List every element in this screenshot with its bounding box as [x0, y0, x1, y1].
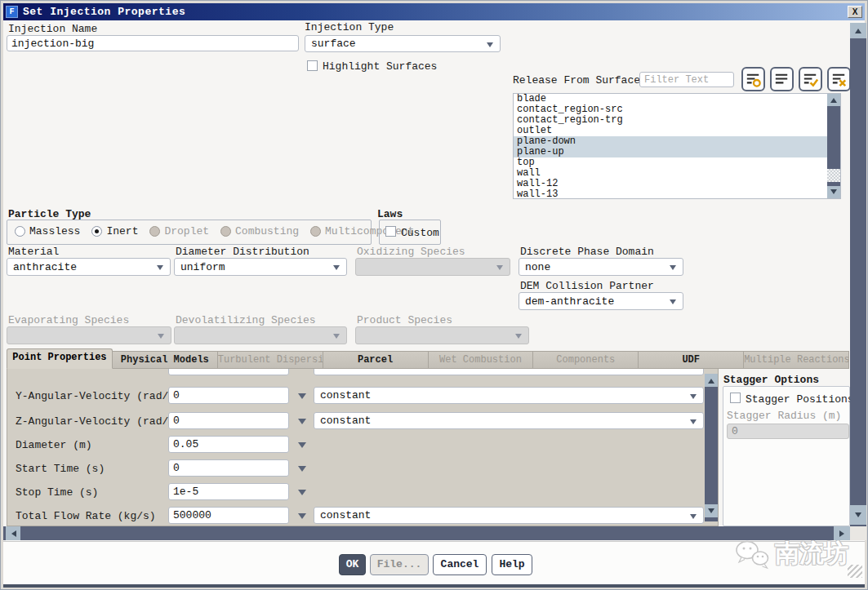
set-injection-properties-dialog: F Set Injection Properties X Injection N…	[0, 0, 868, 590]
select-all-icon	[801, 70, 820, 89]
show-all-surfaces-button[interactable]	[770, 67, 794, 91]
scrollbar-thumb[interactable]	[827, 169, 840, 182]
panel-scrollbar[interactable]	[705, 374, 718, 521]
chevron-down-icon	[298, 466, 306, 476]
file-button[interactable]: File...	[370, 554, 429, 575]
tab-parcel[interactable]: Parcel	[323, 351, 429, 369]
chevron-down-icon	[515, 334, 522, 342]
param-label: Stop Time (s)	[16, 486, 98, 499]
scroll-down-button[interactable]	[705, 504, 718, 517]
radio-massless[interactable]: Massless	[15, 225, 80, 237]
tab-turbulent-dispersion: Turbulent Dispersion	[218, 351, 323, 369]
scroll-left-button[interactable]	[6, 526, 20, 540]
list-item[interactable]: top	[514, 157, 840, 168]
param-label: Z-Angular-Velocity (rad/s)	[16, 415, 181, 428]
vertical-scrollbar[interactable]	[850, 23, 866, 526]
profile-select[interactable]: constant	[314, 507, 704, 524]
param-dropdown-button[interactable]	[295, 436, 309, 453]
custom-laws-checkbox[interactable]	[385, 226, 396, 237]
list-scrollbar[interactable]	[827, 94, 840, 198]
diameter-distribution-value: uniform	[180, 261, 225, 273]
param-dropdown-button[interactable]	[295, 459, 309, 477]
oxidizing-species-select	[355, 258, 510, 276]
filter-surfaces-button[interactable]	[741, 67, 765, 91]
list-item[interactable]: contact_region-trg	[514, 115, 840, 126]
param-input[interactable]	[168, 507, 289, 524]
arrow-up-icon	[855, 25, 861, 33]
product-species-select	[355, 326, 529, 344]
cancel-button[interactable]: Cancel	[433, 554, 487, 575]
profile-select[interactable]: constant	[314, 412, 704, 429]
laws-label: Laws	[377, 208, 403, 220]
discrete-phase-domain-select[interactable]: none	[519, 258, 683, 276]
footer-bar: OK File... Cancel Help 南流坊	[3, 541, 865, 584]
param-input[interactable]	[168, 459, 289, 477]
list-icon	[772, 70, 791, 89]
scroll-up-button[interactable]	[705, 374, 718, 387]
filter-icon	[744, 70, 763, 89]
param-label: Diameter (m)	[16, 439, 92, 451]
scroll-down-button[interactable]	[850, 505, 866, 525]
chevron-down-icon	[333, 265, 340, 273]
param-dropdown-button[interactable]	[295, 387, 309, 404]
surface-filter-input[interactable]	[639, 72, 734, 87]
profile-select[interactable]: constant	[314, 387, 704, 404]
dem-collision-partner-select[interactable]: dem-anthracite	[519, 292, 683, 310]
tab-udf[interactable]: UDF	[639, 351, 744, 369]
chevron-down-icon	[298, 442, 306, 452]
chevron-down-icon	[496, 265, 503, 273]
stagger-positions-checkbox[interactable]	[730, 393, 741, 403]
list-item[interactable]: wall-13	[514, 189, 840, 199]
param-dropdown-button[interactable]	[295, 483, 309, 500]
resize-grip[interactable]	[848, 565, 862, 578]
param-dropdown-button[interactable]	[295, 507, 309, 524]
param-input[interactable]	[168, 412, 289, 429]
help-button[interactable]: Help	[492, 554, 532, 575]
material-label: Material	[8, 246, 59, 258]
scroll-up-button[interactable]	[827, 94, 840, 106]
radio-label: Inert	[106, 225, 138, 237]
injection-type-select[interactable]: surface	[305, 35, 501, 52]
stagger-positions-label: Stagger Positions	[746, 393, 854, 406]
select-all-surfaces-button[interactable]	[799, 67, 822, 91]
deselect-all-surfaces-button[interactable]	[827, 67, 851, 91]
ok-button[interactable]: OK	[339, 554, 366, 575]
tab-bar: Point Properties Physical Models Turbule…	[7, 348, 849, 369]
list-item[interactable]: wall	[514, 168, 840, 179]
list-item[interactable]: wall-12	[514, 179, 840, 189]
diameter-distribution-select[interactable]: uniform	[174, 258, 347, 276]
injection-type-label: Injection Type	[305, 21, 394, 33]
scrollbar-corner	[850, 526, 866, 540]
highlight-surfaces-label: Highlight Surfaces	[323, 60, 437, 73]
tab-point-properties[interactable]: Point Properties	[7, 348, 113, 369]
param-input[interactable]	[168, 436, 289, 453]
close-button[interactable]: X	[848, 6, 862, 18]
stagger-radius-label: Stagger Radius (m)	[727, 410, 841, 422]
injection-name-input[interactable]	[7, 35, 299, 51]
param-input[interactable]	[168, 387, 289, 404]
highlight-surfaces-checkbox[interactable]	[307, 60, 318, 71]
scroll-up-button[interactable]	[850, 23, 866, 38]
deselect-all-icon	[830, 70, 848, 89]
list-item-selected[interactable]: plane-up	[514, 147, 840, 157]
chevron-down-icon	[298, 419, 306, 428]
chevron-down-icon	[158, 334, 164, 342]
fluent-app-icon: F	[6, 6, 18, 18]
chevron-down-icon	[690, 394, 697, 402]
window-bottom-edge	[3, 584, 865, 588]
tab-multiple-reactions: Multiple Reactions	[744, 351, 849, 369]
custom-laws-label: Custom	[401, 227, 439, 239]
radio-inert[interactable]: Inert	[91, 225, 138, 237]
horizontal-scrollbar[interactable]	[3, 526, 850, 540]
param-dropdown-button[interactable]	[295, 412, 309, 429]
diameter-distribution-label: Diameter Distribution	[176, 246, 309, 258]
tab-physical-models[interactable]: Physical Models	[113, 351, 218, 369]
scroll-right-button[interactable]	[834, 526, 850, 540]
param-input[interactable]	[168, 483, 289, 500]
scroll-down-button[interactable]	[827, 186, 840, 198]
arrow-up-icon	[830, 95, 837, 103]
window-title: Set Injection Properties	[23, 6, 185, 18]
chevron-down-icon	[670, 265, 676, 273]
product-species-label: Product Species	[357, 314, 452, 326]
material-select[interactable]: anthracite	[7, 258, 171, 276]
